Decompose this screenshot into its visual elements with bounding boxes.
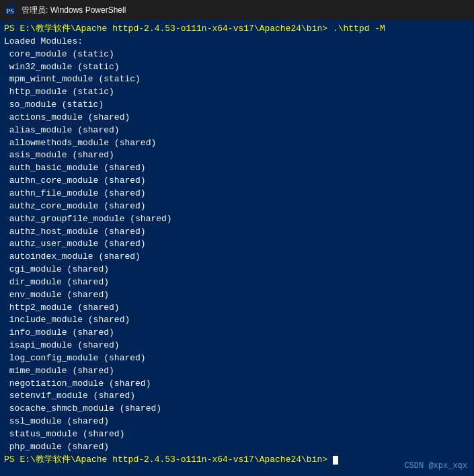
command-text: .\httpd -M [333,24,385,34]
module-line: http2_module (shared) [4,302,470,315]
cursor [333,456,338,465]
module-line: negotiation_module (shared) [4,378,470,391]
module-line: autoindex_module (shared) [4,251,470,264]
powershell-icon: PS [5,5,16,15]
prompt-path: PS E:\教学软件\Apache httpd-2.4.53-o111n-x64… [4,24,333,34]
title-bar: PS 管理员: Windows PowerShell [0,0,474,20]
module-line: auth_basic_module (shared) [4,162,470,175]
final-prompt-path: PS E:\教学软件\Apache httpd-2.4.53-o111n-x64… [4,454,333,465]
module-line: asis_module (shared) [4,149,470,162]
title-bar-text: 管理员: Windows PowerShell [22,5,126,16]
module-line: isapi_module (shared) [4,340,470,352]
module-line: mpm_winnt_module (static) [4,73,470,86]
modules-list: core_module (static) win32_module (stati… [4,48,470,454]
module-line: info_module (shared) [4,327,470,340]
module-line: status_module (shared) [4,428,470,441]
module-line: php_module (shared) [4,441,470,454]
module-line: alias_module (shared) [4,124,470,137]
module-line: allowmethods_module (shared) [4,137,470,150]
module-line: actions_module (shared) [4,112,470,124]
prompt-line: PS E:\教学软件\Apache httpd-2.4.53-o111n-x64… [4,23,470,36]
module-line: socache_shmcb_module (shared) [4,403,470,415]
module-line: so_module (static) [4,99,470,112]
module-line: env_module (shared) [4,289,470,302]
module-line: dir_module (shared) [4,276,470,289]
module-line: authn_core_module (shared) [4,175,470,188]
watermark: CSDN @xpx_xqx [404,461,467,471]
output-header: Loaded Modules: [4,36,470,48]
module-line: authz_user_module (shared) [4,238,470,251]
module-line: core_module (static) [4,48,470,61]
module-line: win32_module (static) [4,61,470,74]
svg-text:PS: PS [6,7,14,15]
module-line: mime_module (shared) [4,365,470,378]
module-line: ssl_module (shared) [4,415,470,428]
final-prompt-line: PS E:\教学软件\Apache httpd-2.4.53-o111n-x64… [4,454,470,467]
module-line: authz_host_module (shared) [4,226,470,239]
module-line: log_config_module (shared) [4,352,470,365]
module-line: cgi_module (shared) [4,264,470,276]
module-line: authn_file_module (shared) [4,188,470,200]
module-line: setenvif_module (shared) [4,390,470,403]
module-line: include_module (shared) [4,314,470,327]
module-line: authz_groupfile_module (shared) [4,213,470,226]
module-line: authz_core_module (shared) [4,200,470,213]
module-line: http_module (static) [4,86,470,99]
terminal-body: PS E:\教学软件\Apache httpd-2.4.53-o111n-x64… [0,20,474,476]
